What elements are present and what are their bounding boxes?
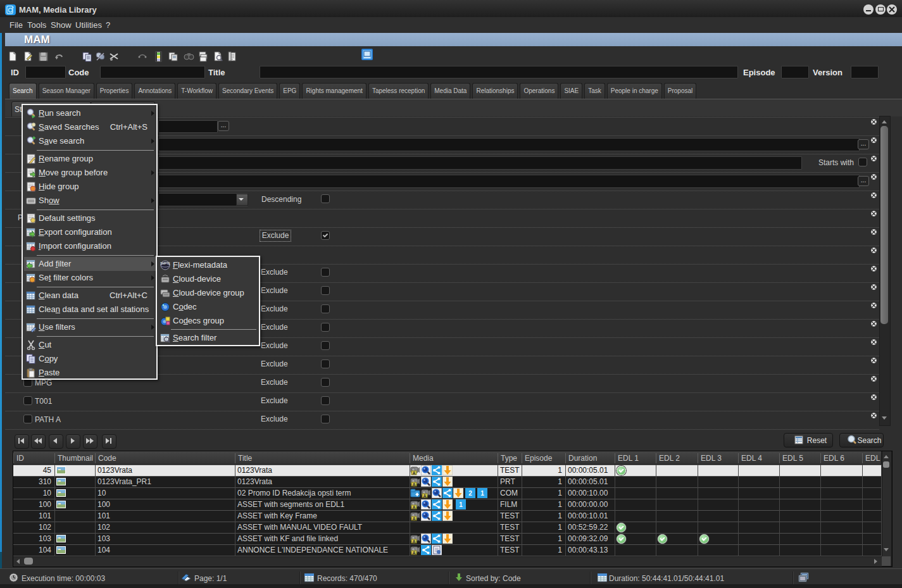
svg-text:1: 1 (459, 501, 463, 508)
svg-text:2: 2 (468, 490, 472, 497)
svg-text:SMPTE: SMPTE (160, 262, 170, 265)
svg-text:A: A (412, 471, 415, 475)
svg-text:A: A (412, 516, 415, 521)
svg-text:1: 1 (480, 490, 484, 497)
svg-text:A: A (412, 539, 415, 544)
svg-text:A: A (412, 482, 415, 487)
svg-text:A: A (412, 551, 415, 555)
svg-text:A: A (423, 494, 426, 498)
svg-text:A: A (412, 505, 415, 510)
